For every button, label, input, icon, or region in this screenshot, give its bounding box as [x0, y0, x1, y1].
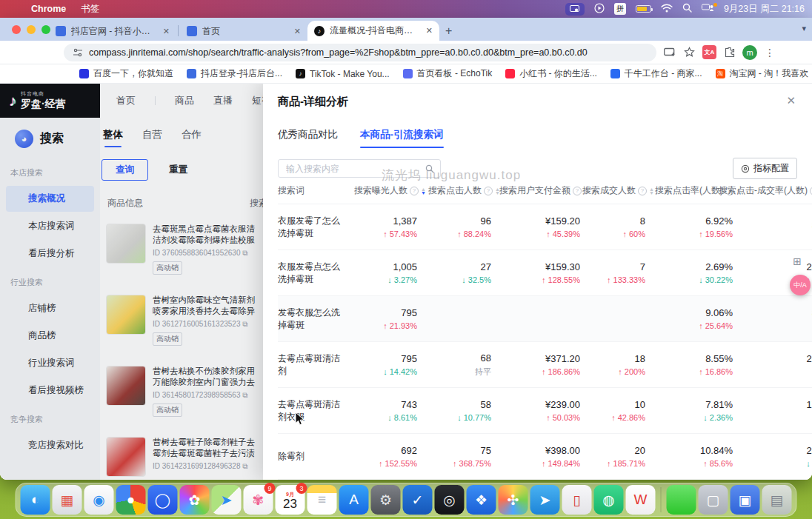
- help-icon[interactable]: ?: [573, 187, 582, 195]
- keyword-search-input[interactable]: [284, 163, 421, 175]
- copy-icon[interactable]: ⧉: [242, 320, 247, 328]
- screen-sharing-indicator[interactable]: [565, 3, 585, 16]
- sidebar-item-竞店搜索对比[interactable]: 竞店搜索对比: [6, 432, 94, 458]
- save-share-icon[interactable]: [664, 47, 676, 58]
- column-header-搜索点击-成交率(人数)[interactable]: 搜索点击-成交率(人数)?▲▼: [742, 184, 812, 197]
- extensions-puzzle-icon[interactable]: [724, 47, 735, 58]
- product-list-item[interactable]: 昔树去霉鞋子除霉剂鞋子去霉剂去霉斑霉菌鞋子去污渍神器清...ID 3614231…: [100, 430, 263, 480]
- bookmark-小红书[interactable]: 小红书 - 你的生活...: [500, 66, 602, 81]
- bookmark-首页看板[interactable]: 首页看板 - EchoTik: [398, 66, 498, 81]
- dock-icon-blue-media-app[interactable]: ❖: [467, 485, 496, 515]
- table-row[interactable]: 去霉点霉斑清洁剂衣服743↓ 8.61%58↓ 10.77%¥239.00↑ 5…: [278, 388, 812, 434]
- dock-icon-green-call-app[interactable]: ◍: [594, 485, 624, 515]
- dock-icon-docs-app[interactable]: ✓: [403, 485, 433, 515]
- table-row[interactable]: 衣服发霉点怎么洗掉霉斑1,005↓ 3.27%27↓ 32.5%¥159.30↑…: [278, 250, 812, 296]
- product-list-item[interactable]: 昔树室内除霉味空气清新剂喷雾家用淡香持久去霉除异味去味...ID 3612716…: [100, 288, 263, 359]
- dock-icon-finder[interactable]: ◐: [21, 485, 50, 515]
- app-nav-直播[interactable]: 直播: [213, 94, 233, 107]
- compass-logo[interactable]: ♪ 抖音电商 罗盘·经营: [0, 84, 100, 118]
- product-list-item[interactable]: 去霉斑黑点霉点霉菌衣服清洁剂发霉除霉剂爆炸盐校服净洗衣...ID 3760958…: [100, 217, 263, 288]
- column-header-搜索成交人数[interactable]: 搜索成交人数?▲▼: [589, 184, 654, 197]
- sidebar-item-店铺榜[interactable]: 店铺榜: [6, 295, 94, 321]
- dock-icon-blue-window-app[interactable]: ▣: [731, 485, 760, 515]
- profile-avatar[interactable]: m: [742, 45, 757, 60]
- sidebar-item-行业搜索词[interactable]: 行业搜索词: [6, 350, 94, 376]
- reset-button[interactable]: 重置: [164, 163, 192, 177]
- help-icon[interactable]: ?: [410, 187, 419, 195]
- dock-icon-trash[interactable]: ▤: [762, 485, 792, 515]
- bookmark-百度一下[interactable]: 百度一下，你就知道: [74, 66, 179, 81]
- tab-close-icon[interactable]: ✕: [294, 27, 301, 36]
- dock-icon-capcut[interactable]: ◎: [435, 485, 465, 515]
- scope-tab-整体[interactable]: 整体: [103, 128, 123, 147]
- screen-record-icon[interactable]: [594, 3, 605, 16]
- bookmark-star-icon[interactable]: [684, 47, 695, 58]
- sort-desc-icon[interactable]: ▼: [421, 191, 426, 195]
- app-nav-首页[interactable]: 首页: [116, 94, 136, 107]
- scope-tab-自营[interactable]: 自营: [142, 128, 162, 147]
- help-icon[interactable]: ?: [484, 187, 493, 195]
- dock-icon-chrome[interactable]: ●: [116, 485, 146, 515]
- dock-icon-wps[interactable]: W: [626, 485, 656, 515]
- tab-close-icon[interactable]: ✕: [163, 27, 170, 36]
- table-row[interactable]: 去霉点霉斑清洁剂795↓ 14.42%68持平¥371.20↑ 186.86%1…: [278, 342, 812, 388]
- copy-icon[interactable]: ⧉: [242, 391, 247, 399]
- product-list-item[interactable]: 昔树去粘换不伤漆胶剂家用万能除胶剂室内门窗强力去污不干...ID 3614580…: [100, 359, 263, 430]
- dock-icon-system-settings[interactable]: ⚙: [371, 485, 401, 515]
- table-row[interactable]: 衣服发霉了怎么洗掉霉斑1,387↑ 57.43%96↑ 88.24%¥159.2…: [278, 204, 812, 250]
- dock-icon-app-store[interactable]: A: [339, 485, 369, 515]
- wifi-icon[interactable]: [661, 4, 673, 15]
- dock-icon-safari[interactable]: ◉: [84, 485, 114, 515]
- bookmark-淘宝网[interactable]: 淘淘宝网 - 淘！我喜欢: [710, 66, 812, 81]
- sort-icons[interactable]: ▲▼: [649, 187, 654, 195]
- tab-search-chevron-icon[interactable]: ▾: [802, 24, 806, 33]
- sidebar-item-看后搜视频榜[interactable]: 看后搜视频榜: [6, 378, 94, 404]
- address-bar[interactable]: compass.jinritemai.com/shop/search/traff…: [64, 44, 656, 61]
- column-header-搜索点击人数[interactable]: 搜索点击人数?▲▼: [426, 184, 500, 197]
- bookmark-抖店登录[interactable]: 抖店登录-抖店后台...: [182, 66, 287, 81]
- dock-icon-messages[interactable]: [667, 485, 696, 515]
- dock-icon-iphone-mirroring[interactable]: ▯: [562, 485, 592, 515]
- dock-icon-send-app[interactable]: ➤: [530, 485, 560, 515]
- copy-icon[interactable]: ⧉: [242, 249, 247, 257]
- dock-icon-pinwheel-app[interactable]: ✣: [499, 485, 528, 515]
- copy-icon[interactable]: ⧉: [242, 462, 247, 470]
- browser-menu-icon[interactable]: ⋮: [765, 47, 775, 58]
- modal-close-icon[interactable]: ✕: [786, 94, 796, 107]
- sidebar-item-看后搜分析[interactable]: 看后搜分析: [6, 241, 94, 267]
- dock-icon-photos[interactable]: ✾9: [244, 485, 273, 515]
- modal-tab-优秀商品对比[interactable]: 优秀商品对比: [278, 128, 338, 148]
- browser-tab[interactable]: 抖店官网 - 抖音小店，抖音电...✕: [49, 21, 176, 41]
- dock-icon-360-browser[interactable]: ✿: [180, 485, 210, 515]
- modal-tab-本商品-引流搜索词[interactable]: 本商品-引流搜索词: [360, 128, 444, 148]
- table-row[interactable]: 发霉衣服怎么洗掉霉斑795↑ 21.93%9.06%↑ 25.64%8↓: [278, 296, 812, 342]
- sidebar-item-搜索概况[interactable]: 搜索概况: [6, 186, 94, 212]
- apple-menu-icon[interactable]: [9, 0, 24, 18]
- column-header-搜索曝光人数[interactable]: 搜索曝光人数?▲▼: [348, 184, 426, 197]
- scope-tab-合作[interactable]: 合作: [182, 128, 202, 147]
- dock-icon-launchpad[interactable]: ▦: [53, 485, 82, 515]
- sidebar-item-本店搜索词[interactable]: 本店搜索词: [6, 213, 94, 239]
- input-method-badge[interactable]: 拼: [614, 3, 626, 15]
- bookmark-千牛工作[interactable]: 千牛工作台 - 商家...: [605, 66, 708, 81]
- tab-close-icon[interactable]: ✕: [426, 26, 433, 36]
- menu-app-name[interactable]: Chrome: [24, 0, 73, 18]
- dock-icon-gray-window-app[interactable]: ▢: [699, 485, 728, 515]
- minimize-window-button[interactable]: [27, 25, 36, 34]
- query-button[interactable]: 查询: [102, 159, 148, 181]
- dock-icon-maps[interactable]: ➤: [212, 485, 242, 515]
- help-icon[interactable]: ?: [638, 187, 647, 195]
- zoom-window-button[interactable]: [41, 25, 50, 34]
- dock-icon-notes[interactable]: ≡: [307, 485, 337, 515]
- floating-translate-button[interactable]: 中/A: [790, 275, 811, 295]
- site-settings-icon[interactable]: [73, 48, 83, 57]
- column-config-icon[interactable]: ⊞: [793, 255, 802, 267]
- table-row[interactable]: 除霉剂692↑ 152.55%75↑ 368.75%¥398.00↑ 149.8…: [278, 434, 812, 480]
- column-header-搜索用户支付金额[interactable]: 搜索用户支付金额?▲▼: [500, 184, 589, 197]
- browser-tab[interactable]: ♪流量概况-抖音电商罗盘✕: [307, 21, 439, 41]
- dock-icon-quark-browser[interactable]: ◯: [148, 485, 178, 515]
- menu-item-书签[interactable]: 书签: [73, 0, 125, 18]
- spotlight-search-icon[interactable]: [682, 3, 692, 15]
- sort-icons[interactable]: ▲▼: [421, 187, 426, 195]
- close-window-button[interactable]: [12, 25, 21, 34]
